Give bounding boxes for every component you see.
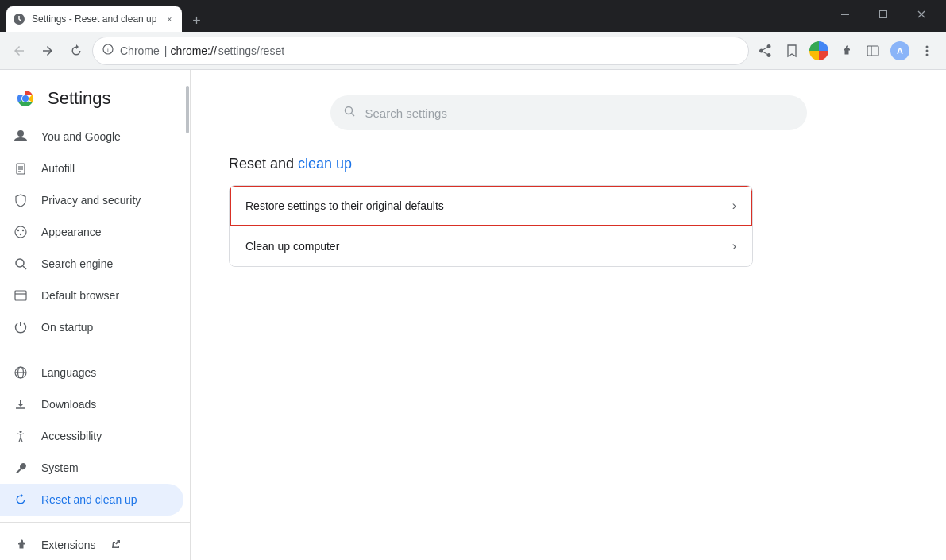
sidebar-item-label: On startup (41, 321, 93, 334)
sidebar-item-system[interactable]: System (0, 452, 183, 484)
close-window-button[interactable] (903, 2, 940, 27)
sidebar-divider-2 (0, 522, 190, 523)
tab-title: Settings - Reset and clean up (32, 14, 156, 25)
svg-point-23 (22, 230, 24, 231)
heading-link[interactable]: clean up (298, 156, 352, 172)
side-panel-button[interactable] (860, 38, 886, 64)
svg-rect-7 (867, 46, 878, 56)
svg-rect-2 (880, 11, 887, 18)
sidebar-item-label: Downloads (41, 398, 96, 411)
svg-rect-1 (841, 14, 849, 15)
search-icon (343, 105, 356, 121)
main-layout: Settings You and Google Autofill Priv (0, 70, 946, 560)
sidebar-item-accessibility[interactable]: Accessibility (0, 420, 183, 452)
main-content: Search settings Reset and clean up Resto… (191, 70, 946, 560)
sidebar-item-extensions[interactable]: Extensions (0, 529, 190, 560)
sidebar-item-reset-and-clean-up[interactable]: Reset and clean up (0, 484, 183, 516)
sidebar-item-label: Accessibility (41, 430, 102, 442)
tab-favicon (13, 13, 25, 25)
sidebar-scrollbar[interactable] (185, 70, 190, 560)
menu-button[interactable] (914, 38, 940, 64)
svg-point-11 (926, 53, 929, 56)
restore-settings-item[interactable]: Restore settings to their original defau… (230, 186, 752, 226)
minimize-button[interactable] (827, 2, 863, 27)
sidebar-item-label: Default browser (41, 289, 119, 302)
toolbar: i Chrome | chrome://settings/reset (0, 32, 946, 70)
sidebar-item-label: System (41, 462, 79, 474)
sidebar-item-label: Search engine (41, 257, 113, 270)
sidebar-item-label: Autofill (41, 162, 75, 175)
back-button[interactable] (6, 38, 32, 64)
globe-icon (13, 365, 29, 380)
bookmark-button[interactable] (779, 38, 805, 64)
svg-point-16 (23, 96, 29, 102)
chevron-right-icon: › (732, 199, 736, 213)
sidebar-item-languages[interactable]: Languages (0, 357, 183, 388)
sidebar-item-you-and-google[interactable]: You and Google (0, 121, 183, 153)
sidebar-item-label: Appearance (41, 226, 102, 238)
reload-button[interactable] (64, 38, 89, 64)
sidebar-item-label: You and Google (41, 130, 121, 143)
clean-up-computer-label: Clean up computer (245, 240, 339, 253)
omnibox-url-prefix: chrome:// (170, 44, 216, 57)
svg-point-9 (926, 45, 929, 48)
new-tab-button[interactable]: + (185, 10, 207, 32)
assignment-icon (13, 160, 29, 176)
wrench-icon (13, 460, 29, 476)
share-button[interactable] (752, 38, 778, 64)
sidebar-scroll-thumb (186, 86, 189, 133)
svg-point-24 (20, 234, 21, 235)
accessibility-icon (13, 428, 29, 444)
sidebar-item-appearance[interactable]: Appearance (0, 216, 183, 248)
sidebar-item-privacy-and-security[interactable]: Privacy and security (0, 184, 183, 216)
svg-line-26 (23, 266, 26, 269)
page-heading: Reset and clean up (229, 156, 908, 172)
omnibox[interactable]: i Chrome | chrome://settings/reset (92, 37, 749, 65)
power-icon (13, 319, 29, 335)
svg-rect-27 (15, 291, 26, 300)
maximize-button[interactable] (865, 2, 902, 27)
search-icon (13, 256, 29, 272)
forward-button[interactable] (35, 38, 60, 64)
search-bar[interactable]: Search settings (330, 95, 807, 130)
svg-text:i: i (107, 47, 109, 54)
sidebar-item-search-engine[interactable]: Search engine (0, 248, 183, 280)
reset-icon (13, 492, 29, 508)
google-account-icon[interactable] (806, 38, 832, 64)
svg-point-25 (16, 259, 24, 267)
sidebar-item-label: Privacy and security (41, 194, 141, 207)
active-tab[interactable]: Settings - Reset and clean up × (6, 6, 182, 32)
sidebar-item-label: Extensions (41, 539, 95, 551)
chrome-logo-icon (13, 86, 38, 111)
svg-point-21 (15, 226, 26, 238)
sidebar-item-label: Languages (41, 366, 96, 379)
svg-point-33 (20, 431, 22, 433)
svg-point-22 (17, 230, 19, 231)
person-icon (13, 129, 29, 145)
sidebar: Settings You and Google Autofill Priv (0, 70, 191, 560)
sidebar-item-default-browser[interactable]: Default browser (0, 280, 183, 311)
extensions-button[interactable] (833, 38, 859, 64)
tab-close-button[interactable]: × (163, 13, 176, 25)
clean-up-computer-item[interactable]: Clean up computer › (230, 226, 752, 266)
sidebar-item-autofill[interactable]: Autofill (0, 153, 183, 184)
svg-point-34 (345, 107, 352, 114)
site-security-icon: i (102, 44, 114, 57)
title-bar: Settings - Reset and clean up × + (0, 0, 946, 32)
heading-static: Reset and (229, 156, 298, 172)
sidebar-header: Settings (0, 76, 190, 121)
toolbar-right: A (752, 38, 940, 64)
restore-settings-label: Restore settings to their original defau… (245, 199, 444, 212)
avatar-button[interactable]: A (887, 38, 913, 64)
svg-point-10 (926, 49, 929, 52)
palette-icon (13, 224, 29, 240)
sidebar-item-on-startup[interactable]: On startup (0, 311, 183, 343)
browser-frame: Settings - Reset and clean up × + (0, 0, 946, 560)
shield-icon (13, 192, 29, 208)
external-link-icon (111, 539, 121, 551)
search-bar-container: Search settings (229, 95, 908, 130)
avatar: A (890, 41, 909, 60)
sidebar-item-downloads[interactable]: Downloads (0, 388, 183, 420)
omnibox-site-name: Chrome (120, 44, 160, 57)
settings-title: Settings (48, 88, 111, 109)
